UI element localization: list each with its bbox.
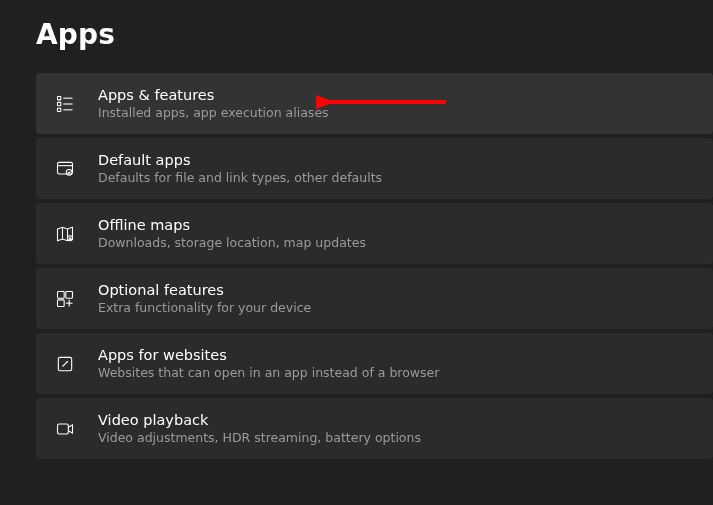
item-desc: Video adjustments, HDR streaming, batter… [98, 430, 421, 445]
text-block: Apps & features Installed apps, app exec… [98, 87, 329, 120]
settings-item-offline-maps[interactable]: Offline maps Downloads, storage location… [36, 203, 713, 264]
settings-list: Apps & features Installed apps, app exec… [0, 73, 713, 459]
item-title: Offline maps [98, 217, 366, 233]
apps-features-icon [54, 93, 76, 115]
item-title: Apps & features [98, 87, 329, 103]
item-desc: Websites that can open in an app instead… [98, 365, 439, 380]
svg-rect-13 [66, 291, 73, 298]
item-desc: Defaults for file and link types, other … [98, 170, 382, 185]
settings-item-apps-for-websites[interactable]: Apps for websites Websites that can open… [36, 333, 713, 394]
video-playback-icon [54, 418, 76, 440]
settings-item-video-playback[interactable]: Video playback Video adjustments, HDR st… [36, 398, 713, 459]
settings-item-optional-features[interactable]: Optional features Extra functionality fo… [36, 268, 713, 329]
item-title: Video playback [98, 412, 421, 428]
text-block: Apps for websites Websites that can open… [98, 347, 439, 380]
optional-features-icon [54, 288, 76, 310]
svg-rect-1 [58, 102, 61, 105]
offline-maps-icon [54, 223, 76, 245]
item-title: Optional features [98, 282, 311, 298]
svg-rect-12 [58, 291, 65, 298]
settings-item-apps-features[interactable]: Apps & features Installed apps, app exec… [36, 73, 713, 134]
svg-rect-14 [58, 299, 65, 306]
text-block: Optional features Extra functionality fo… [98, 282, 311, 315]
default-apps-icon [54, 158, 76, 180]
text-block: Offline maps Downloads, storage location… [98, 217, 366, 250]
svg-rect-0 [58, 96, 61, 99]
svg-rect-18 [58, 424, 69, 434]
text-block: Video playback Video adjustments, HDR st… [98, 412, 421, 445]
svg-rect-2 [58, 108, 61, 111]
apps-for-websites-icon [54, 353, 76, 375]
settings-item-default-apps[interactable]: Default apps Defaults for file and link … [36, 138, 713, 199]
item-desc: Installed apps, app execution aliases [98, 105, 329, 120]
item-desc: Downloads, storage location, map updates [98, 235, 366, 250]
page-title: Apps [0, 0, 713, 73]
item-title: Default apps [98, 152, 382, 168]
text-block: Default apps Defaults for file and link … [98, 152, 382, 185]
item-title: Apps for websites [98, 347, 439, 363]
item-desc: Extra functionality for your device [98, 300, 311, 315]
